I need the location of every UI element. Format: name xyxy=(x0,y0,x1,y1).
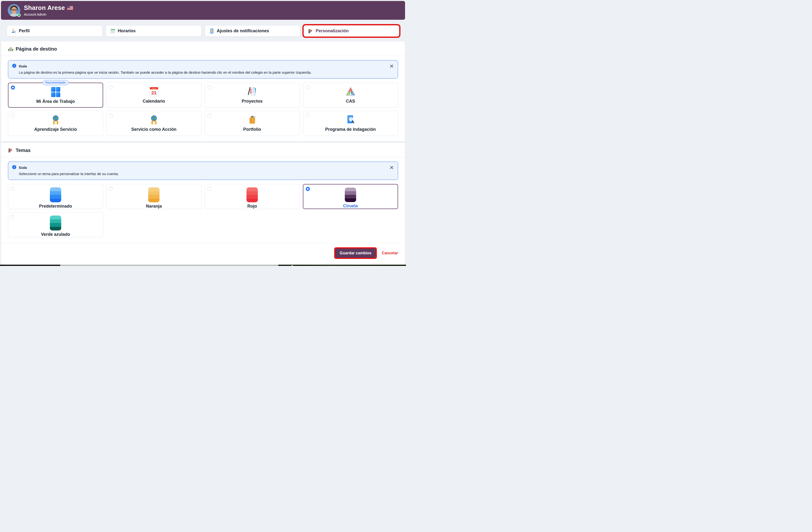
calendar-icon: Calendar 21 xyxy=(149,86,159,98)
theme-swatch xyxy=(246,187,258,202)
cancel-link[interactable]: Cancelar xyxy=(382,251,398,255)
desktop-edge-strip xyxy=(0,265,406,266)
theme-swatch xyxy=(50,216,61,231)
landing-option-servicio-como-accion[interactable]: Servicio como Acción xyxy=(106,111,201,136)
radio-button[interactable] xyxy=(306,85,310,89)
tab-label: Personalización xyxy=(316,28,349,33)
radio-button[interactable] xyxy=(109,85,113,89)
portfolio-satchel-icon xyxy=(247,114,258,126)
option-label: Programa de Indagación xyxy=(325,127,376,132)
tab-ajustes-de-notificaciones[interactable]: Ajustes de notificaciones xyxy=(205,25,301,36)
landing-option-proyectos[interactable]: 5 Proyectos xyxy=(205,83,300,108)
radio-button[interactable] xyxy=(207,114,211,118)
landing-option-portfolio[interactable]: Portfolio xyxy=(205,111,300,136)
cas-triangle-icon: C A S xyxy=(345,86,356,98)
radio-button[interactable] xyxy=(11,86,15,90)
online-status-dot xyxy=(17,14,21,17)
svg-text:S: S xyxy=(352,92,353,95)
tab-horarios[interactable]: ABC Horarios xyxy=(106,25,201,36)
us-flag-icon xyxy=(67,6,73,10)
radio-button[interactable] xyxy=(207,85,211,89)
section-divider xyxy=(1,56,405,56)
personalization-settings-page: { "user": {"name": "Sharon Arese", "role… xyxy=(0,0,406,266)
user-name: Sharon Arese xyxy=(24,4,65,12)
theme-label: Naranja xyxy=(146,204,162,209)
guide-text: Seleccione un tema para personalizar la … xyxy=(19,172,385,176)
radio-button[interactable] xyxy=(306,114,310,118)
radio-button[interactable] xyxy=(11,187,15,191)
landing-option-calendario[interactable]: Calendar 21 Calendario xyxy=(106,83,201,108)
globe-hands-icon xyxy=(149,114,159,126)
theme-option-verde-azulado[interactable]: Verde azulado xyxy=(8,212,103,237)
globe-hands-icon xyxy=(50,114,61,126)
landing-option-aprendizaje-servicio[interactable]: Aprendizaje Servicio xyxy=(8,111,103,136)
landing-option-mi-area-de-trabajo[interactable]: Recomendado Mi Área de Trabajo xyxy=(8,83,103,108)
theme-option-ciruela[interactable]: Ciruela xyxy=(303,184,398,209)
school-icon xyxy=(8,46,14,52)
themes-section-title: Temas xyxy=(1,143,405,157)
landing-guide-box: i Guía La página de destino es la primer… xyxy=(8,60,398,78)
svg-text:Calendar: Calendar xyxy=(151,88,156,89)
option-label: Aprendizaje Servicio xyxy=(34,127,77,132)
theme-label: Rojo xyxy=(247,204,257,209)
landing-page-section-title: Página de destino xyxy=(1,41,405,56)
svg-text:21: 21 xyxy=(151,90,157,95)
radio-button[interactable] xyxy=(109,114,113,118)
user-header: Sharon Arese Account Admin xyxy=(1,1,405,20)
tab-perfil[interactable]: Perfil xyxy=(7,25,102,36)
tab-label: Perfil xyxy=(19,28,30,33)
personalization-panel: Página de destino i Guía La página de de… xyxy=(1,41,405,265)
guide-title: Guía xyxy=(19,64,27,68)
section-title-text: Temas xyxy=(16,148,31,153)
radio-button[interactable] xyxy=(207,187,211,191)
taskbar-segment xyxy=(60,265,278,266)
section-title-text: Página de destino xyxy=(16,46,57,52)
close-icon[interactable] xyxy=(389,63,394,69)
theme-option-rojo[interactable]: Rojo xyxy=(205,184,300,209)
radio-button[interactable] xyxy=(11,114,15,118)
guide-title: Guía xyxy=(19,165,27,169)
theme-option-predeterminado[interactable]: Predeterminado xyxy=(8,184,103,209)
svg-text:C: C xyxy=(350,89,351,91)
option-label: Servicio como Acción xyxy=(131,127,176,132)
theme-swatch xyxy=(50,187,61,202)
theme-label: Verde azulado xyxy=(41,232,70,237)
landing-option-cas[interactable]: C A S CAS xyxy=(303,83,398,108)
landing-options-grid: Recomendado Mi Área de Trabajo Calendar xyxy=(8,83,398,136)
tab-label: Ajustes de notificaciones xyxy=(217,28,269,33)
workspace-grid-icon xyxy=(50,86,61,98)
themes-palette-icon xyxy=(308,28,313,34)
option-label: Mi Área de Trabajo xyxy=(36,99,75,104)
info-icon: i xyxy=(12,165,16,170)
theme-options-grid: Predeterminado Naranja Rojo xyxy=(8,184,398,237)
option-label: Portfolio xyxy=(243,127,261,132)
tab-personalizacion[interactable]: Personalización xyxy=(304,25,399,36)
radio-button[interactable] xyxy=(11,215,15,219)
settings-tabs: Perfil ABC Horarios xyxy=(7,25,399,36)
radio-button[interactable] xyxy=(306,187,310,191)
theme-label: Predeterminado xyxy=(39,204,72,209)
user-role: Account Admin xyxy=(24,13,73,16)
close-icon[interactable] xyxy=(389,165,394,170)
timetable-icon: ABC xyxy=(110,28,115,34)
option-label: Proyectos xyxy=(242,99,263,104)
radio-button[interactable] xyxy=(109,187,113,191)
save-button[interactable]: Guardar cambios xyxy=(335,249,376,258)
theme-label: Ciruela xyxy=(343,204,358,209)
recommended-badge: Recomendado xyxy=(43,80,69,85)
section-divider xyxy=(1,157,405,157)
avatar xyxy=(8,4,20,17)
theme-option-naranja[interactable]: Naranja xyxy=(106,184,201,209)
wallpaper-segment xyxy=(278,265,406,266)
notification-settings-icon xyxy=(209,28,215,34)
projects-clipboard-icon: 5 xyxy=(247,86,258,98)
themes-palette-icon xyxy=(8,148,14,153)
option-label: Calendario xyxy=(143,99,165,104)
tab-label: Horarios xyxy=(118,28,136,33)
profile-icon xyxy=(11,28,16,34)
save-button-highlight: Guardar cambios xyxy=(334,247,377,259)
landing-option-programa-de-indagacion[interactable]: Programa de Indagación xyxy=(303,111,398,136)
inquiry-document-icon xyxy=(345,114,356,126)
footer-actions: Guardar cambios Cancelar xyxy=(1,243,405,264)
desktop-dark-segment xyxy=(0,265,60,266)
